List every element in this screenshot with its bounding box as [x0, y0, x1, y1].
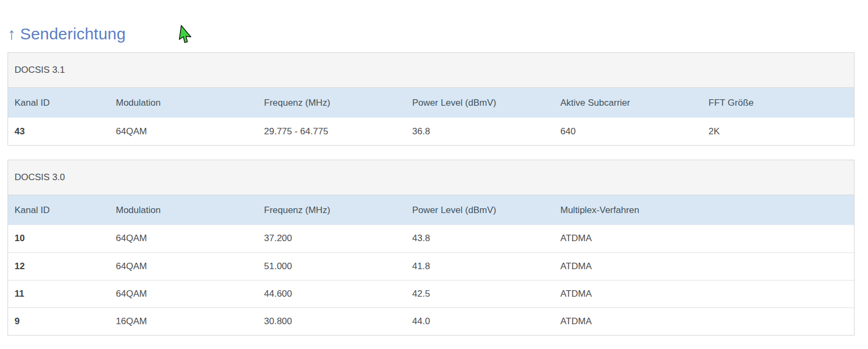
- cell-kanal-id: 11: [8, 280, 109, 307]
- cell-power-level: 44.0: [406, 307, 554, 335]
- column-header-kanal-id: Kanal ID: [8, 195, 109, 225]
- table-row: 9 16QAM 30.800 44.0 ATDMA: [8, 307, 854, 335]
- page-title: ↑Senderichtung: [8, 25, 126, 43]
- mouse-cursor-icon: [178, 24, 195, 45]
- docsis-3-1-table: Kanal ID Modulation Frequenz (MHz) Power…: [8, 88, 854, 145]
- cell-multiplex: ATDMA: [554, 225, 854, 252]
- column-header-power-level: Power Level (dBmV): [406, 88, 554, 118]
- column-header-modulation: Modulation: [109, 88, 258, 118]
- column-header-power-level: Power Level (dBmV): [406, 195, 554, 225]
- table-row: 43 64QAM 29.775 - 64.775 36.8 640 2K: [8, 118, 854, 145]
- page-title-text: Senderichtung: [20, 25, 126, 43]
- cell-fft-groesse: 2K: [702, 118, 854, 145]
- table-row: 10 64QAM 37.200 43.8 ATDMA: [8, 225, 854, 252]
- cell-aktive-subcarrier: 640: [554, 118, 702, 145]
- cell-multiplex: ATDMA: [554, 252, 854, 280]
- column-header-fft-groesse: FFT Größe: [702, 88, 854, 118]
- docsis-3-0-card: DOCSIS 3.0 Kanal ID Modulation Frequenz …: [8, 160, 855, 336]
- docsis-3-1-section-title: DOCSIS 3.1: [8, 53, 854, 88]
- cell-power-level: 42.5: [406, 280, 554, 307]
- table-row: 12 64QAM 51.000 41.8 ATDMA: [8, 252, 854, 280]
- docsis-3-1-card: DOCSIS 3.1 Kanal ID Modulation Frequenz …: [8, 52, 855, 146]
- cell-modulation: 64QAM: [109, 118, 258, 145]
- docsis-3-0-header-row: Kanal ID Modulation Frequenz (MHz) Power…: [8, 195, 854, 225]
- cell-modulation: 16QAM: [109, 307, 258, 335]
- column-header-modulation: Modulation: [109, 195, 258, 225]
- docsis-3-0-section-title: DOCSIS 3.0: [8, 160, 854, 195]
- docsis-3-0-table: Kanal ID Modulation Frequenz (MHz) Power…: [8, 195, 854, 335]
- table-row: 11 64QAM 44.600 42.5 ATDMA: [8, 280, 854, 307]
- cell-frequenz: 29.775 - 64.775: [258, 118, 406, 145]
- column-header-frequenz: Frequenz (MHz): [258, 88, 406, 118]
- cell-multiplex: ATDMA: [554, 280, 854, 307]
- docsis-3-1-header-row: Kanal ID Modulation Frequenz (MHz) Power…: [8, 88, 854, 118]
- up-arrow-icon: ↑: [8, 25, 16, 43]
- cell-modulation: 64QAM: [109, 225, 258, 252]
- cell-kanal-id: 9: [8, 307, 109, 335]
- column-header-frequenz: Frequenz (MHz): [258, 195, 406, 225]
- cell-modulation: 64QAM: [109, 280, 258, 307]
- cell-modulation: 64QAM: [109, 252, 258, 280]
- cell-frequenz: 44.600: [258, 280, 406, 307]
- cell-power-level: 36.8: [406, 118, 554, 145]
- cell-kanal-id: 12: [8, 252, 109, 280]
- cell-kanal-id: 43: [8, 118, 109, 145]
- column-header-kanal-id: Kanal ID: [8, 88, 109, 118]
- cell-power-level: 43.8: [406, 225, 554, 252]
- column-header-aktive-subcarrier: Aktive Subcarrier: [554, 88, 702, 118]
- cell-frequenz: 37.200: [258, 225, 406, 252]
- cell-multiplex: ATDMA: [554, 307, 854, 335]
- cell-power-level: 41.8: [406, 252, 554, 280]
- cell-frequenz: 51.000: [258, 252, 406, 280]
- column-header-multiplex-verfahren: Multiplex-Verfahren: [554, 195, 854, 225]
- cell-frequenz: 30.800: [258, 307, 406, 335]
- cell-kanal-id: 10: [8, 225, 109, 252]
